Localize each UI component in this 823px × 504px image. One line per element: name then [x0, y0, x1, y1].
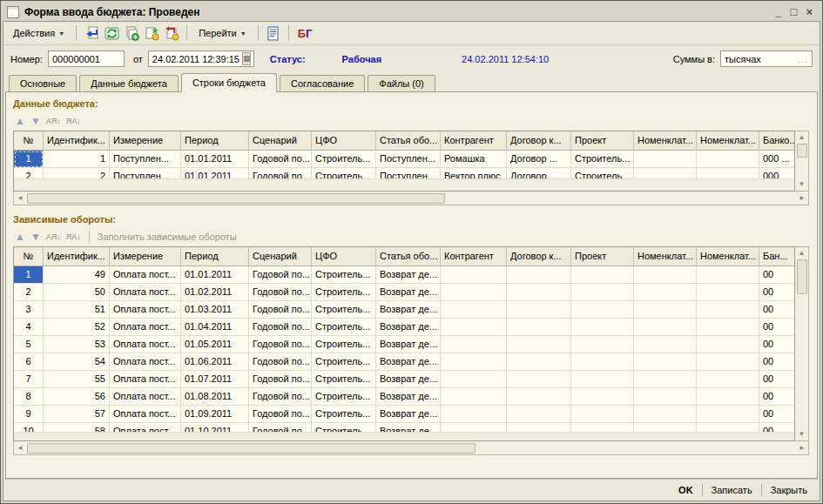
hscroll-thumb[interactable] [27, 443, 476, 454]
cell[interactable]: 01.10.2011 [181, 423, 249, 433]
cell[interactable]: Ромашка [441, 151, 507, 168]
cell[interactable]: 49 [44, 266, 110, 284]
cell[interactable] [441, 353, 507, 371]
cell[interactable] [441, 406, 507, 423]
cell[interactable] [507, 266, 571, 284]
column-header[interactable]: Идентифик... [44, 131, 110, 151]
column-header[interactable]: Контрагент [441, 131, 507, 151]
cell[interactable]: Вектор плюс [441, 168, 507, 179]
cell[interactable] [634, 266, 697, 284]
cell[interactable]: 00 [759, 423, 795, 433]
budget-data-hscrollbar[interactable]: ◄ ► [13, 192, 809, 205]
cell[interactable] [634, 151, 697, 168]
cell[interactable]: Возврат де... [376, 353, 441, 371]
cell[interactable]: Годовой по... [249, 388, 312, 406]
refresh-icon[interactable] [103, 24, 120, 42]
cell[interactable]: 00 [759, 388, 795, 406]
column-header[interactable]: Сценарий [249, 131, 312, 151]
cell[interactable]: Годовой по... [249, 151, 312, 168]
cell[interactable]: Оплата пост... [110, 371, 181, 388]
fill-dependent-turnovers-button[interactable]: Заполнить зависимые обороты [98, 232, 237, 242]
cell[interactable] [571, 319, 634, 336]
cell[interactable]: 10 [14, 423, 44, 433]
cell[interactable] [697, 371, 759, 388]
cell[interactable] [571, 301, 634, 319]
table-row[interactable]: 250Оплата пост...01.02.2011Годовой по...… [14, 284, 795, 301]
sums-field[interactable]: тысячах ... [720, 50, 813, 67]
cell[interactable]: 3 [14, 301, 44, 319]
cell[interactable]: Строитель... [312, 319, 376, 336]
cell[interactable]: 56 [44, 388, 110, 406]
cell[interactable]: Оплата пост... [110, 266, 181, 284]
cell[interactable]: Возврат де... [376, 284, 441, 301]
cell[interactable]: Годовой по... [249, 284, 312, 301]
post-document-icon[interactable] [83, 24, 100, 42]
cell[interactable] [507, 388, 571, 406]
table-row[interactable]: 22Поступлен...01.01.2011Годовой по...Стр… [14, 168, 795, 179]
cell[interactable]: 00 [759, 284, 795, 301]
cell[interactable]: 52 [44, 319, 110, 336]
cell[interactable]: Оплата пост... [110, 423, 181, 433]
column-header[interactable]: Период [181, 247, 249, 266]
cell[interactable]: Оплата пост... [110, 353, 181, 371]
cell[interactable] [634, 388, 697, 406]
cell[interactable] [441, 423, 507, 433]
column-header[interactable]: № [14, 247, 44, 266]
column-header[interactable]: Бан... [759, 247, 795, 266]
calendar-icon[interactable]: ▦ [242, 52, 252, 65]
scroll-down-icon[interactable]: ▼ [796, 428, 808, 440]
cell[interactable]: Строитель... [571, 151, 634, 168]
column-header[interactable]: № [14, 131, 44, 151]
cell[interactable] [441, 336, 507, 353]
cell[interactable] [571, 284, 634, 301]
cell[interactable] [507, 336, 571, 353]
cell[interactable]: Возврат де... [376, 423, 441, 433]
save-button[interactable]: Записать [703, 482, 761, 498]
cell[interactable]: 00 [759, 301, 795, 319]
cell[interactable] [571, 388, 634, 406]
table-row[interactable]: 1058Оплата пост...01.10.2011Годовой по..… [14, 423, 795, 433]
table-row[interactable]: 149Оплата пост...01.01.2011Годовой по...… [14, 266, 795, 284]
cell[interactable] [507, 301, 571, 319]
create-based-on-icon[interactable] [143, 24, 160, 42]
table-row[interactable]: 553Оплата пост...01.05.2011Годовой по...… [14, 336, 795, 353]
cell[interactable]: 1 [14, 151, 44, 168]
copy-add-icon[interactable] [123, 24, 140, 42]
cell[interactable] [634, 168, 697, 179]
column-header[interactable]: Сценарий [249, 247, 312, 266]
column-header[interactable]: Идентифик... [44, 247, 110, 266]
cell[interactable] [507, 284, 571, 301]
tab-stroki-byudzheta[interactable]: Строки бюджета [181, 73, 277, 92]
column-header[interactable]: ЦФО [312, 247, 376, 266]
cell[interactable]: 00 [759, 406, 795, 423]
cell[interactable]: Строитель... [312, 388, 376, 406]
cell[interactable] [571, 423, 634, 433]
cell[interactable]: 00 [759, 353, 795, 371]
cell[interactable] [441, 371, 507, 388]
cell[interactable]: Поступлен... [110, 151, 181, 168]
dependent-turnovers-grid[interactable]: №Идентифик...ИзмерениеПериодСценарийЦФОС… [13, 246, 795, 441]
cell[interactable]: 2 [14, 284, 44, 301]
cell[interactable]: Строитель... [312, 423, 376, 433]
report-list-icon[interactable] [265, 24, 282, 42]
cell[interactable]: Оплата пост... [110, 336, 181, 353]
sort-descending-icon[interactable]: ЯА↓ [66, 117, 81, 125]
cell[interactable] [697, 266, 759, 284]
cell[interactable]: Строитель... [571, 168, 634, 179]
column-header[interactable]: Статья обо... [376, 247, 441, 266]
cell[interactable]: 01.01.2011 [181, 151, 249, 168]
cell[interactable] [697, 301, 759, 319]
cell[interactable]: Годовой по... [249, 266, 312, 284]
minimize-icon[interactable]: _ [775, 6, 781, 17]
move-down-icon[interactable]: ▼ [30, 232, 41, 242]
cell[interactable]: 01.03.2011 [181, 301, 249, 319]
ok-button[interactable]: OK [670, 482, 702, 498]
cell[interactable]: 57 [44, 406, 110, 423]
cell[interactable] [697, 336, 759, 353]
cell[interactable]: Оплата пост... [110, 301, 181, 319]
cell[interactable]: Возврат де... [376, 388, 441, 406]
cell[interactable] [697, 284, 759, 301]
close-button[interactable]: Закрыть [762, 482, 816, 498]
column-header[interactable]: Номенклат... [697, 131, 759, 151]
cell[interactable] [697, 168, 759, 179]
